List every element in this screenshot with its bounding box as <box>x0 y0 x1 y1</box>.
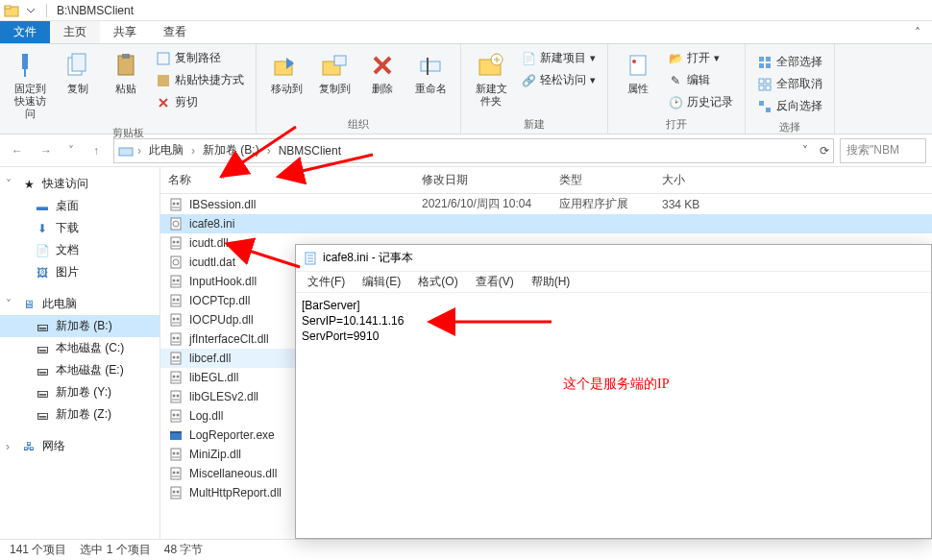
file-name: MiniZip.dll <box>189 448 241 461</box>
crumb-folder[interactable]: NBMSClient <box>275 144 345 158</box>
copypath-button[interactable]: 复制路径 <box>152 48 248 68</box>
col-name[interactable]: 名称˄ <box>160 167 414 193</box>
svg-point-73 <box>177 491 180 494</box>
open-button[interactable]: 📂打开 ▾ <box>664 48 737 68</box>
crumb-volume[interactable]: 新加卷 (B:) <box>199 142 263 158</box>
newitem-button[interactable]: 📄新建项目 ▾ <box>517 48 600 68</box>
nav-volume-z[interactable]: 🖴新加卷 (Z:) <box>0 403 159 426</box>
col-size[interactable]: 大小 <box>654 167 741 193</box>
tab-view[interactable]: 查看 <box>150 21 200 43</box>
nav-this-pc[interactable]: ˅🖥此电脑 <box>0 293 159 315</box>
dropdown-icon[interactable]: ˅ <box>802 144 808 158</box>
file-date: 2021/6/10/周四 10:04 <box>414 195 552 213</box>
col-date[interactable]: 修改日期 <box>414 167 552 193</box>
drive-icon: 🖴 <box>35 385 50 401</box>
paste-button[interactable]: 粘贴 <box>104 46 148 99</box>
crumb-pc[interactable]: 此电脑 <box>145 142 187 158</box>
notepad-icon <box>304 252 317 265</box>
file-type <box>552 223 654 225</box>
delete-button[interactable]: 删除 <box>360 46 405 99</box>
svg-point-43 <box>173 299 176 302</box>
file-icon <box>168 312 184 328</box>
selectall-button[interactable]: 全部选择 <box>753 52 826 72</box>
nav-recent-button[interactable]: ˅ <box>63 139 79 162</box>
svg-point-69 <box>173 472 176 475</box>
history-button[interactable]: 🕑历史记录 <box>664 92 737 112</box>
file-name: libcef.dll <box>189 352 231 365</box>
tab-share[interactable]: 共享 <box>100 21 150 43</box>
svg-rect-11 <box>334 56 346 65</box>
svg-rect-8 <box>158 75 169 86</box>
column-headers[interactable]: 名称˄ 修改日期 类型 大小 <box>160 167 932 194</box>
nav-volume-y[interactable]: 🖴新加卷 (Y:) <box>0 381 159 403</box>
nav-desktop[interactable]: ▬桌面 <box>0 195 159 217</box>
copy-button[interactable]: 复制 <box>56 46 100 99</box>
breadcrumb[interactable]: › 此电脑 › 新加卷 (B:) › NBMSClient ˅⟳ <box>113 138 834 163</box>
tab-file[interactable]: 文件 <box>0 21 50 43</box>
group-select-label: 选择 <box>753 118 826 136</box>
file-size: 334 KB <box>654 197 741 212</box>
nav-network[interactable]: ›🖧网络 <box>0 435 159 457</box>
file-name: IOCPTcp.dll <box>189 294 250 307</box>
svg-rect-29 <box>171 199 181 210</box>
nav-back-button[interactable]: ← <box>6 139 29 162</box>
ribbon-collapse-icon[interactable]: ˄ <box>903 21 932 43</box>
selectnone-button[interactable]: 全部取消 <box>753 74 826 94</box>
file-name: InputHook.dll <box>189 275 257 288</box>
dropdown-icon[interactable] <box>23 3 38 18</box>
pasteshortcut-button[interactable]: 粘贴快捷方式 <box>152 70 248 90</box>
file-row[interactable]: IBSession.dll2021/6/10/周四 10:04应用程序扩展334… <box>160 194 932 214</box>
nav-downloads[interactable]: ⬇下载 <box>0 217 159 239</box>
window-titlebar: B:\NBMSClient <box>0 0 932 21</box>
annotation-text: 这个是服务端的IP <box>563 376 669 393</box>
np-menu-help[interactable]: 帮助(H) <box>524 272 578 292</box>
svg-rect-39 <box>171 276 181 287</box>
search-input[interactable]: 搜索"NBM <box>840 138 926 163</box>
nav-volume-c[interactable]: 🖴本地磁盘 (C:) <box>0 337 159 359</box>
cut-button[interactable]: 剪切 <box>152 92 248 112</box>
nav-volume-b[interactable]: 🖴新加卷 (B:) <box>0 315 159 337</box>
np-menu-format[interactable]: 格式(O) <box>410 272 465 292</box>
svg-point-36 <box>177 241 180 244</box>
svg-point-40 <box>173 280 176 282</box>
nav-volume-e[interactable]: 🖴本地磁盘 (E:) <box>0 359 159 381</box>
svg-point-53 <box>177 356 180 359</box>
file-row[interactable]: icafe8.ini <box>160 214 932 233</box>
svg-rect-54 <box>171 372 181 383</box>
nav-up-button[interactable]: ↑ <box>85 139 108 162</box>
refresh-icon[interactable]: ⟳ <box>820 144 829 158</box>
svg-point-66 <box>173 452 176 455</box>
nav-quick-access[interactable]: ˅★快速访问 <box>0 173 159 195</box>
easyaccess-button[interactable]: 🔗轻松访问 ▾ <box>517 70 600 90</box>
copyto-button[interactable]: 复制到 <box>312 46 356 99</box>
pin-button[interactable]: 固定到快速访问 <box>8 46 52 124</box>
notepad-titlebar[interactable]: icafe8.ini - 记事本 <box>296 245 931 272</box>
nav-forward-button[interactable]: → <box>35 139 58 162</box>
invert-button[interactable]: 反向选择 <box>753 96 826 116</box>
nav-documents[interactable]: 📄文档 <box>0 239 159 261</box>
svg-rect-13 <box>427 58 429 75</box>
tab-home[interactable]: 主页 <box>50 21 100 43</box>
file-icon <box>168 197 184 212</box>
rename-button[interactable]: 重命名 <box>408 46 453 99</box>
notepad-text-area[interactable]: [BarServer] ServIP=10.141.1.16 ServPort=… <box>296 293 931 538</box>
file-icon <box>168 485 184 500</box>
np-menu-edit[interactable]: 编辑(E) <box>355 272 408 292</box>
file-icon <box>168 274 184 289</box>
drive-icon: 🖴 <box>35 407 50 423</box>
edit-button[interactable]: ✎编辑 <box>664 70 737 90</box>
newfolder-button[interactable]: 新建文件夹 <box>469 46 513 111</box>
svg-rect-57 <box>171 391 181 402</box>
np-menu-view[interactable]: 查看(V) <box>468 272 522 292</box>
properties-button[interactable]: 属性 <box>616 46 660 99</box>
moveto-button[interactable]: 移动到 <box>264 46 308 99</box>
notepad-window[interactable]: icafe8.ini - 记事本 文件(F) 编辑(E) 格式(O) 查看(V)… <box>295 244 932 539</box>
nav-pictures[interactable]: 🖼图片 <box>0 261 159 283</box>
svg-rect-34 <box>171 237 181 249</box>
np-menu-file[interactable]: 文件(F) <box>300 272 353 292</box>
file-name: Log.dll <box>189 409 223 423</box>
svg-point-41 <box>177 280 180 282</box>
file-name: Miscellaneous.dll <box>189 467 277 480</box>
star-icon: ★ <box>21 177 37 192</box>
col-type[interactable]: 类型 <box>552 167 654 193</box>
